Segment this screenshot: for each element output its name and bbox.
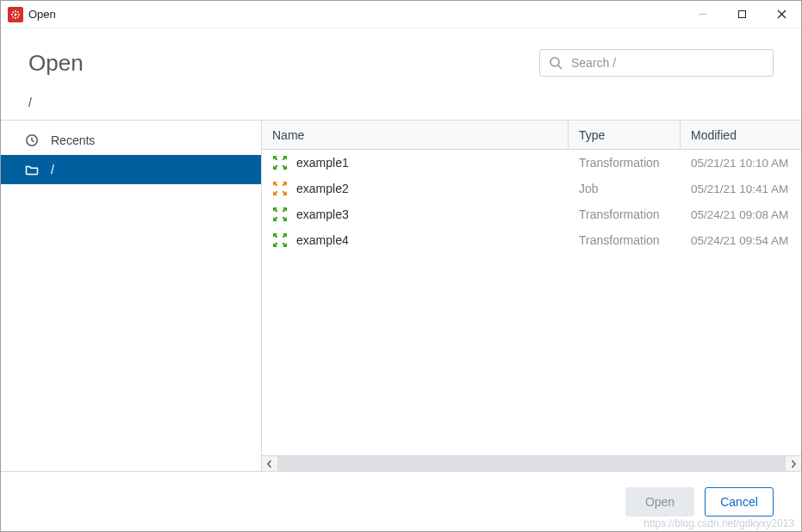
column-name[interactable]: Name <box>262 121 569 149</box>
titlebar: Open <box>1 1 801 28</box>
footer: Open Cancel https://blog.csdn.net/gdkyxy… <box>1 471 801 531</box>
column-modified[interactable]: Modified <box>681 121 801 149</box>
file-row[interactable]: example1Transformation05/21/21 10:10 AM <box>262 150 801 176</box>
svg-point-7 <box>12 15 14 17</box>
file-type: Transformation <box>569 207 681 221</box>
svg-point-4 <box>18 14 20 15</box>
app-icon <box>8 7 23 22</box>
file-modified: 05/21/21 10:10 AM <box>681 157 801 170</box>
file-modified: 05/24/21 09:54 AM <box>681 234 801 247</box>
search-box[interactable] <box>539 49 774 77</box>
sidebar-item-clock[interactable]: Recents <box>1 126 261 155</box>
titlebar-title: Open <box>28 8 56 21</box>
open-dialog: Open Open / Recents/ Name <box>0 0 802 532</box>
transformation-icon <box>272 232 288 248</box>
job-icon <box>272 181 288 196</box>
clock-icon <box>25 133 39 147</box>
file-type: Job <box>569 182 681 195</box>
minimize-button[interactable] <box>682 2 722 28</box>
scroll-left-icon[interactable] <box>262 456 277 472</box>
file-type: Transformation <box>569 233 681 247</box>
search-icon <box>549 56 563 70</box>
sidebar: Recents/ <box>1 121 262 471</box>
svg-point-5 <box>12 11 14 13</box>
transformation-icon <box>272 207 288 222</box>
open-button[interactable]: Open <box>625 487 694 517</box>
body: Recents/ Name Type Modified example1Tran… <box>1 121 801 471</box>
cancel-button[interactable]: Cancel <box>705 487 774 517</box>
sidebar-item-folder[interactable]: / <box>1 155 261 184</box>
maximize-button[interactable] <box>722 2 762 28</box>
breadcrumb[interactable]: / <box>28 96 774 109</box>
file-row[interactable]: example2Job05/21/21 10:41 AM <box>262 176 801 201</box>
column-headers: Name Type Modified <box>262 121 801 150</box>
svg-point-2 <box>15 17 16 19</box>
file-modified: 05/21/21 10:41 AM <box>681 182 801 195</box>
column-type[interactable]: Type <box>569 121 681 149</box>
file-name: example2 <box>296 182 349 195</box>
folder-icon <box>25 163 39 176</box>
transformation-icon <box>272 155 288 170</box>
file-name: example4 <box>296 233 349 247</box>
svg-point-13 <box>550 58 559 66</box>
sidebar-item-label: Recents <box>51 133 95 147</box>
search-input[interactable] <box>569 55 764 71</box>
file-row[interactable]: example4Transformation05/24/21 09:54 AM <box>262 227 801 253</box>
horizontal-scrollbar[interactable] <box>262 455 801 471</box>
file-panel: Name Type Modified example1Transformatio… <box>262 121 801 471</box>
svg-rect-10 <box>738 11 745 18</box>
svg-line-14 <box>558 65 562 69</box>
file-row[interactable]: example3Transformation05/24/21 09:08 AM <box>262 201 801 227</box>
page-title: Open <box>28 50 84 77</box>
svg-point-0 <box>15 13 17 15</box>
file-name: example1 <box>296 156 349 170</box>
svg-point-6 <box>17 11 19 13</box>
header: Open / <box>1 28 801 121</box>
close-button[interactable] <box>762 2 801 28</box>
file-type: Transformation <box>569 156 681 170</box>
file-modified: 05/24/21 09:08 AM <box>681 208 801 221</box>
file-name: example3 <box>296 207 349 221</box>
sidebar-item-label: / <box>51 163 54 176</box>
svg-point-8 <box>17 15 19 17</box>
watermark: https://blog.csdn.net/gdkyxy2013 <box>643 517 794 529</box>
svg-point-3 <box>11 14 13 15</box>
file-list: example1Transformation05/21/21 10:10 AMe… <box>262 150 801 455</box>
scroll-right-icon[interactable] <box>786 456 801 472</box>
svg-point-1 <box>15 10 16 12</box>
